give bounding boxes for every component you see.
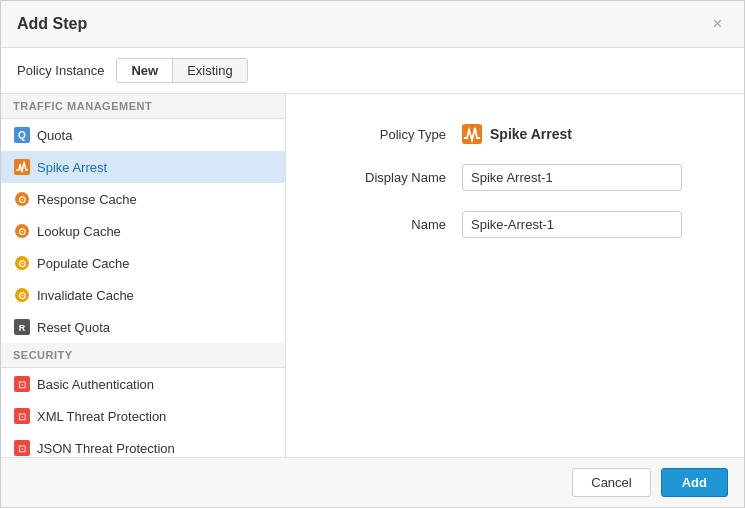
svg-text:⊡: ⊡ (18, 443, 26, 454)
display-name-label: Display Name (326, 170, 446, 185)
sidebar-item-json-threat[interactable]: ⊡ JSON Threat Protection (1, 432, 285, 457)
sidebar-item-quota-label: Quota (37, 128, 72, 143)
xml-threat-icon: ⊡ (13, 407, 31, 425)
svg-text:⊙: ⊙ (18, 290, 26, 301)
sidebar-item-lookup-cache[interactable]: ⊙ Lookup Cache (1, 215, 285, 247)
quota-icon: Q (13, 126, 31, 144)
sidebar-item-reset-quota-label: Reset Quota (37, 320, 110, 335)
policy-type-spike-icon (462, 124, 482, 144)
display-name-input[interactable] (462, 164, 682, 191)
svg-text:⊡: ⊡ (18, 379, 26, 390)
spike-arrest-icon (13, 158, 31, 176)
cancel-button[interactable]: Cancel (572, 468, 650, 497)
svg-text:⊙: ⊙ (18, 258, 26, 269)
sidebar-item-invalidate-cache-label: Invalidate Cache (37, 288, 134, 303)
dialog-title: Add Step (17, 15, 87, 33)
response-cache-icon: ⊙ (13, 190, 31, 208)
policy-type-value: Spike Arrest (462, 124, 572, 144)
policy-instance-label: Policy Instance (17, 63, 104, 78)
policy-instance-row: Policy Instance New Existing (1, 48, 744, 94)
policy-type-label: Policy Type (326, 127, 446, 142)
svg-text:⊡: ⊡ (18, 411, 26, 422)
svg-text:⊙: ⊙ (18, 194, 26, 205)
reset-quota-icon: R (13, 318, 31, 336)
sidebar-item-lookup-cache-label: Lookup Cache (37, 224, 121, 239)
sidebar-item-response-cache[interactable]: ⊙ Response Cache (1, 183, 285, 215)
sidebar-item-basic-auth-label: Basic Authentication (37, 377, 154, 392)
sidebar-item-reset-quota[interactable]: R Reset Quota (1, 311, 285, 343)
name-input[interactable] (462, 211, 682, 238)
section-security: SECURITY (1, 343, 285, 368)
basic-auth-icon: ⊡ (13, 375, 31, 393)
content-area: TRAFFIC MANAGEMENT Q Quota (1, 94, 744, 457)
svg-text:Q: Q (18, 130, 26, 141)
close-button[interactable]: × (707, 13, 728, 35)
sidebar-item-response-cache-label: Response Cache (37, 192, 137, 207)
svg-text:⊙: ⊙ (18, 226, 26, 237)
add-step-dialog: Add Step × Policy Instance New Existing … (0, 0, 745, 508)
policy-type-text: Spike Arrest (490, 126, 572, 142)
sidebar-item-xml-threat[interactable]: ⊡ XML Threat Protection (1, 400, 285, 432)
policy-instance-tab-group: New Existing (116, 58, 247, 83)
sidebar-item-spike-arrest-label: Spike Arrest (37, 160, 107, 175)
svg-text:R: R (19, 323, 26, 333)
sidebar: TRAFFIC MANAGEMENT Q Quota (1, 94, 286, 457)
populate-cache-icon: ⊙ (13, 254, 31, 272)
json-threat-icon: ⊡ (13, 439, 31, 457)
dialog-footer: Cancel Add (1, 457, 744, 507)
section-traffic-management: TRAFFIC MANAGEMENT (1, 94, 285, 119)
lookup-cache-icon: ⊙ (13, 222, 31, 240)
sidebar-item-populate-cache[interactable]: ⊙ Populate Cache (1, 247, 285, 279)
sidebar-item-spike-arrest[interactable]: Spike Arrest (1, 151, 285, 183)
add-button[interactable]: Add (661, 468, 728, 497)
main-panel: Policy Type Spike Arrest Display Name Na… (286, 94, 744, 457)
sidebar-item-quota[interactable]: Q Quota (1, 119, 285, 151)
sidebar-item-json-threat-label: JSON Threat Protection (37, 441, 175, 456)
tab-new[interactable]: New (117, 59, 173, 82)
name-label: Name (326, 217, 446, 232)
svg-rect-2 (14, 159, 30, 175)
name-row: Name (326, 211, 704, 238)
sidebar-item-basic-auth[interactable]: ⊡ Basic Authentication (1, 368, 285, 400)
sidebar-item-xml-threat-label: XML Threat Protection (37, 409, 166, 424)
invalidate-cache-icon: ⊙ (13, 286, 31, 304)
sidebar-item-populate-cache-label: Populate Cache (37, 256, 130, 271)
policy-type-row: Policy Type Spike Arrest (326, 124, 704, 144)
display-name-row: Display Name (326, 164, 704, 191)
tab-existing[interactable]: Existing (173, 59, 247, 82)
sidebar-item-invalidate-cache[interactable]: ⊙ Invalidate Cache (1, 279, 285, 311)
dialog-header: Add Step × (1, 1, 744, 48)
